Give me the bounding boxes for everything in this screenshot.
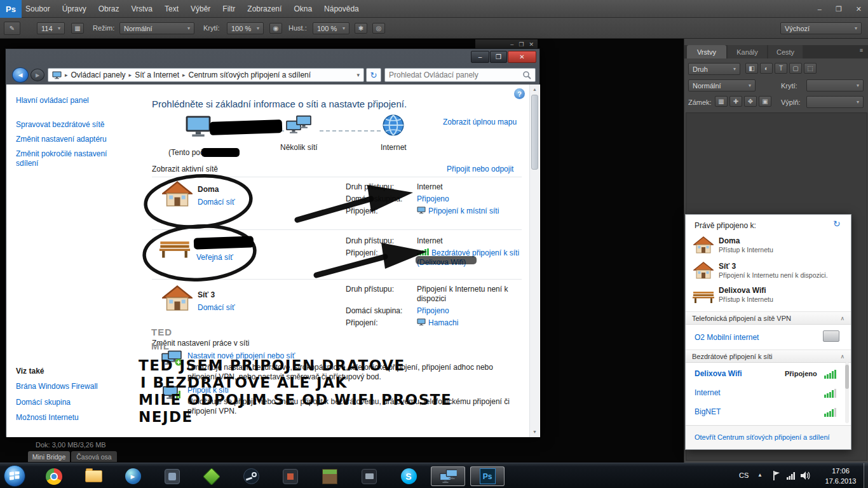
full-map-link[interactable]: Zobrazit úplnou mapu <box>443 118 517 126</box>
ps-close-button[interactable]: ✕ <box>856 5 862 13</box>
vpn-item-o2[interactable]: O2 Mobilní internet <box>695 333 759 342</box>
help-icon[interactable]: ? <box>514 88 525 99</box>
lock-transparency-icon[interactable]: ▦ <box>715 96 728 107</box>
tool-preset-icon[interactable]: ✎ <box>4 22 20 35</box>
flyout-scrollbar[interactable] <box>845 362 849 423</box>
pressure-icon[interactable]: ◎ <box>372 23 385 34</box>
homegroup-status-link[interactable]: Připojeno <box>417 194 449 203</box>
taskbar-antivirus-icon[interactable] <box>194 466 229 486</box>
volume-icon[interactable] <box>801 471 810 480</box>
language-indicator[interactable]: CS <box>739 471 749 479</box>
sidebar-item-advanced-sharing[interactable]: Změnit pokročilé nastavení sdílení <box>16 149 128 168</box>
breadcrumb-sit-a-internet[interactable]: Síť a Internet <box>135 71 179 79</box>
taskbar-app-icon[interactable] <box>273 466 308 486</box>
network-category-link[interactable]: Domácí síť <box>198 303 235 312</box>
network-status-icon[interactable] <box>787 472 796 480</box>
clock[interactable]: 17:06 17.6.2013 <box>818 466 863 486</box>
taskbar-app-icon[interactable] <box>155 466 189 486</box>
taskbar-explorer-icon[interactable] <box>76 466 111 486</box>
layers-opacity-dropdown[interactable]: ▾ <box>806 79 864 92</box>
forward-button[interactable]: ▶ <box>31 69 44 81</box>
ps-restore-button[interactable]: ❐ <box>836 5 842 13</box>
tab-mini-bridge[interactable]: Mini Bridge <box>28 451 70 462</box>
tab-casova-osa[interactable]: Časová osa <box>71 451 117 462</box>
airbrush-toggle-icon[interactable]: ✱ <box>355 23 367 34</box>
menu-obraz[interactable]: Obraz <box>98 4 119 13</box>
menu-text[interactable]: Text <box>165 4 179 13</box>
minimize-button[interactable]: – <box>471 51 489 63</box>
airbrush-icon[interactable]: ◉ <box>269 23 282 34</box>
menu-upravy[interactable]: Úpravy <box>62 4 86 13</box>
wireless-section-header[interactable]: Bezdrátové připojení k síti∧ <box>686 349 851 363</box>
filter-smart-icon[interactable]: ⬚ <box>804 63 817 74</box>
menu-vyber[interactable]: Výběr <box>191 4 210 13</box>
sidebar-item-firewall[interactable]: Brána Windows Firewall <box>16 382 98 391</box>
scrollbar-thumb[interactable] <box>531 95 538 170</box>
menu-zobrazeni[interactable]: Zobrazení <box>247 4 281 13</box>
network-category-link[interactable]: Domácí síť <box>198 198 235 207</box>
action-center-flag-icon[interactable] <box>773 471 780 480</box>
breadcrumb-centrum[interactable]: Centrum síťových připojení a sdílení <box>189 71 311 79</box>
taskbar-minecraft-icon[interactable] <box>313 466 347 486</box>
scrollbar-down-arrow[interactable]: ▼ <box>530 427 539 437</box>
layer-filter-kind-dropdown[interactable]: Druh▾ <box>688 63 740 75</box>
connect-disconnect-link[interactable]: Připojit nebo odpojit <box>447 165 513 173</box>
workspace-dropdown[interactable]: Výchozí▾ <box>780 22 862 34</box>
lock-position-icon[interactable]: ✥ <box>744 96 757 107</box>
mode-dropdown[interactable]: Normální▾ <box>119 22 194 34</box>
taskbar-skype-icon[interactable]: S <box>391 466 426 486</box>
start-button[interactable] <box>4 465 25 487</box>
filter-shape-icon[interactable]: ▢ <box>789 63 802 74</box>
menu-vrstva[interactable]: Vrstva <box>131 4 153 13</box>
taskbar-chrome-icon[interactable] <box>37 466 71 486</box>
filter-pixel-icon[interactable]: ◧ <box>745 63 758 74</box>
flow-dropdown[interactable]: 100 %▾ <box>313 22 349 34</box>
back-button[interactable]: ◀ <box>12 67 29 83</box>
hidden-icons-arrow[interactable]: ▲ <box>757 472 763 478</box>
vpn-section-header[interactable]: Telefonická připojení a sítě VPN∧ <box>686 311 851 325</box>
breadcrumb-ovladaci-panely[interactable]: Ovládací panely <box>71 71 126 79</box>
lock-pixels-icon[interactable]: ✚ <box>729 96 742 107</box>
search-icon[interactable] <box>522 71 531 79</box>
hamachi-connection-link[interactable]: Hamachi <box>428 318 458 327</box>
wifi-item-delixova[interactable]: Delixova Wifi Připojeno <box>686 366 851 383</box>
taskbar-network-connections-icon[interactable] <box>431 466 465 486</box>
tab-kanaly[interactable]: Kanály <box>728 45 767 58</box>
maximize-button[interactable]: ❐ <box>490 51 507 63</box>
network-category-link[interactable]: Veřejná síť <box>196 253 233 262</box>
tab-vrstvy[interactable]: Vrstvy <box>687 45 726 58</box>
opacity-dropdown[interactable]: 100 %▾ <box>227 22 264 34</box>
fill-dropdown[interactable]: ▾ <box>806 96 864 108</box>
search-input[interactable] <box>385 71 522 79</box>
taskbar-photoshop-icon[interactable]: Ps <box>470 466 505 486</box>
menu-soubor[interactable]: Soubor <box>25 4 50 13</box>
taskbar-steam-icon[interactable] <box>234 466 268 486</box>
blend-mode-dropdown[interactable]: Normální▾ <box>688 79 756 92</box>
wifi-item-bignet[interactable]: BigNET <box>686 404 851 421</box>
breadcrumb-dropdown-icon[interactable]: ▾ <box>356 72 360 78</box>
taskbar-app-icon[interactable] <box>352 466 386 486</box>
doc-minimize-button[interactable]: – <box>510 41 513 48</box>
sidebar-item-homegroup[interactable]: Domácí skupina <box>16 398 71 407</box>
doc-restore-button[interactable]: ❐ <box>519 41 524 48</box>
doc-close-button[interactable]: ✕ <box>529 41 534 48</box>
menu-napoveda[interactable]: Nápověda <box>324 4 359 13</box>
wifi-item-internet[interactable]: Internet <box>686 385 851 402</box>
sidebar-item-manage-wireless[interactable]: Spravovat bezdrátové sítě <box>16 120 104 129</box>
scrollbar-up-arrow[interactable]: ▲ <box>530 85 539 95</box>
sidebar-item-adapter-settings[interactable]: Změnit nastavení adaptéru <box>16 135 107 144</box>
sidebar-item-home[interactable]: Hlavní ovládací panel <box>16 96 89 105</box>
open-network-center-link[interactable]: Otevřít Centrum síťových připojení a sdí… <box>695 433 830 441</box>
menu-okna[interactable]: Okna <box>294 4 312 13</box>
ps-minimize-button[interactable]: – <box>818 5 822 13</box>
brush-panel-toggle-icon[interactable]: ▦ <box>71 23 84 34</box>
menu-filtr[interactable]: Filtr <box>222 4 235 13</box>
lock-all-icon[interactable]: ▣ <box>759 96 771 107</box>
filter-type-icon[interactable]: T <box>775 63 787 74</box>
homegroup-status-link[interactable]: Připojeno <box>417 306 449 315</box>
show-desktop-button[interactable] <box>864 463 868 488</box>
brush-size-dropdown[interactable]: 114▾ <box>37 22 65 34</box>
flyout-refresh-icon[interactable]: ↻ <box>833 219 841 229</box>
panel-menu-icon[interactable]: ≡ <box>860 47 863 53</box>
scrollbar[interactable]: ▲ ▼ <box>529 85 539 437</box>
